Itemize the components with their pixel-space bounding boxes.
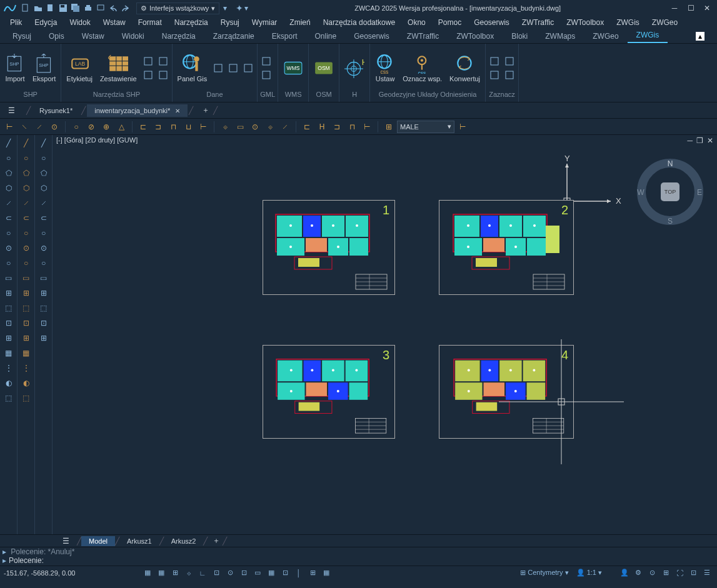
ribbon-btn-oznacz-wsp-[interactable]: cssOznacz wsp. [400,52,444,84]
dim-tool-11[interactable]: ⊐ [151,120,165,134]
draw-tool-12[interactable]: ⊡ [2,316,16,330]
menu-zwgis[interactable]: ZWGis [610,17,646,28]
menu-wymiar[interactable]: Wymiar [246,17,284,28]
dim-tool-1[interactable]: ⟍ [18,120,31,134]
menu-pomoc[interactable]: Pomoc [432,17,468,28]
status-toggle-10[interactable]: ⊡ [279,567,291,579]
layout-tab-arkusz1[interactable]: Arkusz1 [119,536,159,546]
ribbon-btn-konwertuj[interactable]: Konwertuj [447,52,483,84]
ribbon-tab-widoki[interactable]: Widoki [113,29,153,43]
ribbon-tab-opis[interactable]: Opis [40,29,73,43]
status-right-4[interactable]: ⛶ [673,567,686,579]
ribbon-collapse-icon[interactable]: ▴ [687,29,713,43]
vp-minimize-icon[interactable]: ─ [687,136,693,145]
misc-tool-7[interactable]: ⊙ [37,241,51,255]
status-toggle-6[interactable]: ⊙ [224,567,236,579]
dim-tool-26[interactable]: ⊢ [360,120,374,134]
ribbon-tab-zwgeo[interactable]: ZWGeo [584,29,627,43]
dim-tool-28[interactable]: ⊞ [382,120,396,134]
draw-tool-8[interactable]: ○ [2,256,16,270]
close-button[interactable]: ✕ [699,2,714,14]
status-toggle-13[interactable]: ▦ [320,567,333,579]
qat-open-icon[interactable] [33,2,44,14]
modify-tool-8[interactable]: ○ [19,256,33,270]
qat-new-icon[interactable] [20,2,31,14]
ribbon-btn-osm[interactable]: OSM [311,57,336,79]
square-o-icon[interactable] [157,69,169,81]
units-display[interactable]: ⊞ Centymetry ▾ [520,569,568,577]
draw-tool-11[interactable]: ⬚ [2,301,16,315]
modify-tool-14[interactable]: ▦ [19,346,33,360]
ribbon-btn-ustaw[interactable]: cssUstaw [373,52,398,84]
floor-plan-1[interactable]: 1 [263,200,395,295]
status-toggle-4[interactable]: ∟ [196,567,209,579]
dim-tool-17[interactable]: ▭ [233,120,247,134]
cmd-arrow-icon[interactable]: ▸ [3,547,6,556]
misc-tool-2[interactable]: ⬠ [37,166,51,180]
sel3-icon[interactable] [503,55,516,67]
qat-undo-icon[interactable] [108,2,119,14]
viewport-label[interactable]: [-] [Góra] [2D druty] [GUW] [56,136,138,144]
status-toggle-5[interactable]: ⊡ [210,567,223,579]
modify-tool-9[interactable]: ▭ [19,271,33,285]
dim-tool-last[interactable]: ⊢ [456,120,469,134]
misc-tool-9[interactable]: ▭ [37,271,51,285]
status-toggle-7[interactable]: ⊡ [238,567,250,579]
view-cube[interactable]: N S E W TOP [636,157,704,226]
misc-tool-12[interactable]: ⊡ [37,316,51,330]
ribbon-btn-etykietuj[interactable]: LABEtykietuj [64,52,95,84]
draw-tool-15[interactable]: ⋮ [2,361,16,375]
ribbon-tab-zarządzanie[interactable]: Zarządzanie [204,29,263,43]
status-toggle-8[interactable]: ▭ [251,567,264,579]
ribbon-tab-bloki[interactable]: Bloki [503,29,536,43]
ribbon-tab-zwtoolbox[interactable]: ZWToolbox [448,29,503,43]
misc-tool-0[interactable]: ╱ [37,136,51,150]
minimize-button[interactable]: ─ [667,2,682,14]
status-toggle-1[interactable]: ▦ [155,567,168,579]
dim-tool-8[interactable]: △ [114,120,128,134]
draw-tool-3[interactable]: ⬡ [2,181,16,195]
modify-tool-5[interactable]: ⊂ [19,211,33,225]
ribbon-btn-zestawienie[interactable]: Zestawienie [98,52,139,84]
add-layout-button[interactable]: ＋ [213,536,220,546]
misc-tool-1[interactable]: ○ [37,151,51,165]
modify-tool-2[interactable]: ⬠ [19,166,33,180]
menu-zwgeo[interactable]: ZWGeo [646,17,684,28]
dim-tool-19[interactable]: ⟐ [263,120,277,134]
misc-tool-13[interactable]: ⊞ [37,331,51,345]
menu-zwtraffic[interactable]: ZWTraffic [516,17,560,28]
gml-out-icon[interactable] [260,69,273,81]
draw-tool-5[interactable]: ⊂ [2,211,16,225]
menu-zwtoolbox[interactable]: ZWToolbox [560,17,610,28]
dim-tool-13[interactable]: ⊔ [181,120,195,134]
menu-geoserwis[interactable]: Geoserwis [468,17,516,28]
dim-tool-12[interactable]: ⊓ [166,120,180,134]
dim-tool-3[interactable]: ⊙ [48,120,61,134]
misc-tool-11[interactable]: ⬚ [37,301,51,315]
status-toggle-9[interactable]: ▦ [265,567,278,579]
ribbon-tab-rysuj[interactable]: Rysuj [4,29,40,43]
status-toggle-11[interactable]: │ [293,567,305,579]
layout-tab-model[interactable]: Model [81,536,115,546]
dim-tool-2[interactable]: ⟋ [33,120,46,134]
ribbon-tab-zwmaps[interactable]: ZWMaps [536,29,584,43]
ribbon-btn-target-h[interactable]: H [342,57,367,79]
misc-tool-10[interactable]: ⊞ [37,286,51,300]
menu-format[interactable]: Format [132,17,168,28]
layout-tab-arkusz2[interactable]: Arkusz2 [164,536,204,546]
search-icon[interactable] [142,55,154,67]
floor-plan-4[interactable]: 4 [439,345,574,439]
modify-tool-4[interactable]: ⟋ [19,196,33,210]
menu-narzędzia[interactable]: Narzędzia [168,17,214,28]
menu-widok[interactable]: Widok [63,17,96,28]
misc-tool-4[interactable]: ⟋ [37,196,51,210]
scale-display[interactable]: 👤 1:1 ▾ [576,569,602,577]
ribbon-tab-zwtraffic[interactable]: ZWTraffic [398,29,448,43]
maximize-button[interactable]: ☐ [683,2,698,14]
ribbon-tab-online[interactable]: Online [306,29,345,43]
misc-tool-8[interactable]: ○ [37,256,51,270]
dim-tool-0[interactable]: ⊢ [3,120,16,134]
modify-tool-3[interactable]: ⬡ [19,181,33,195]
ribbon-btn-panel-gis[interactable]: Panel Gis [175,52,210,84]
dim-tool-23[interactable]: H [315,120,329,134]
